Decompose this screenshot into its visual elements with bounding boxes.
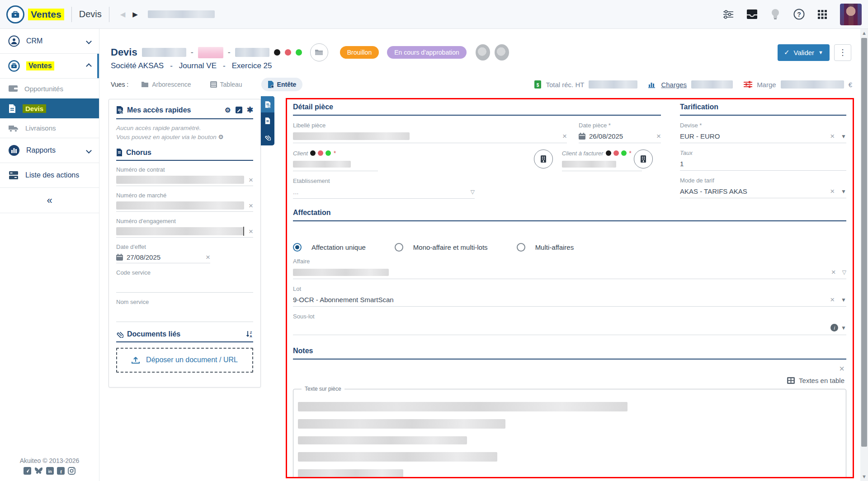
numero-contrat-input[interactable]: × (116, 176, 253, 186)
chevron-down-icon[interactable]: ▽ (842, 269, 846, 276)
preferences-sliders-icon[interactable] (722, 9, 734, 20)
svg-text:?: ? (797, 11, 801, 18)
numero-engagement-input[interactable]: × (116, 228, 253, 238)
date-effet-input[interactable]: 27/08/2025 × (116, 253, 210, 263)
clear-icon[interactable]: × (831, 268, 836, 276)
clear-icon[interactable]: × (249, 202, 253, 210)
client-facturer-company-button[interactable] (634, 149, 653, 168)
view-tab-entete-active[interactable]: Entête (261, 78, 303, 91)
module-name[interactable]: Ventes (28, 9, 64, 20)
field-label: Etablissement (293, 177, 475, 184)
clear-icon[interactable]: × (656, 132, 661, 140)
validate-button[interactable]: ✓ Valider ▼ (778, 44, 830, 61)
main-content: Devis - - Brouillon En cours d'approbati… (99, 29, 860, 481)
folder-button[interactable] (310, 43, 328, 61)
charges-link[interactable]: Charges (661, 81, 687, 89)
user-avatar[interactable] (840, 4, 862, 25)
chevron-down-icon[interactable]: ▽ (471, 189, 475, 195)
history-back-icon[interactable]: ◀ (120, 10, 126, 19)
clear-icon[interactable]: × (249, 176, 253, 184)
sidebar-collapse-button[interactable]: « (0, 188, 99, 213)
instagram-icon[interactable] (68, 467, 75, 475)
sidebar-item-rapports[interactable]: Rapports (0, 138, 99, 163)
clear-icon[interactable]: × (830, 187, 835, 195)
vertical-scrollbar[interactable]: ▲ ▼ (860, 29, 868, 481)
paperclip-icon (264, 134, 271, 140)
tab-document[interactable] (261, 112, 274, 129)
inbox-icon[interactable] (746, 9, 758, 20)
sidebar-item-devis[interactable]: Devis (0, 98, 99, 118)
app-grid-icon[interactable] (816, 9, 828, 20)
info-icon[interactable]: i (830, 324, 838, 332)
devise-select[interactable]: EUR - EURO × ▼ (680, 132, 846, 143)
numero-marche-input[interactable]: × (116, 202, 253, 212)
chevron-down-icon[interactable]: ▼ (841, 325, 846, 331)
quick-access-title: Mes accès rapides (127, 106, 191, 114)
sidebar-item-opportunites[interactable]: Opportunités (0, 79, 99, 98)
facebook-icon[interactable]: f (57, 467, 65, 475)
help-icon[interactable]: ? (793, 9, 805, 20)
radio-label[interactable]: Mono-affaire et multi-lots (413, 243, 488, 251)
client-input[interactable] (293, 160, 378, 171)
affaire-select[interactable]: × ▽ (293, 268, 846, 279)
sidebar-item-livraisons[interactable]: Livraisons (0, 118, 99, 138)
field-label: Date d'effet (116, 243, 253, 250)
radio-multi-affaires[interactable] (517, 243, 525, 252)
textes-en-table-button[interactable]: Textes en table (787, 377, 844, 384)
radio-label[interactable]: Multi-affaires (535, 243, 574, 251)
tab-attachments[interactable] (261, 129, 274, 145)
date-piece-input[interactable]: 26/08/2025 × (579, 132, 661, 143)
sidebar-item-liste-actions[interactable]: Liste des actions (0, 163, 99, 188)
clear-icon[interactable]: × (830, 132, 835, 140)
scroll-up-icon[interactable]: ▲ (862, 31, 867, 36)
tab-quick-access[interactable]: i (261, 96, 274, 112)
radio-label[interactable]: Affectation unique (311, 243, 366, 251)
client-company-button[interactable] (534, 149, 553, 168)
clear-icon[interactable]: × (206, 253, 210, 261)
linkedin-icon[interactable]: in (46, 467, 54, 475)
chevron-down-icon[interactable]: ▼ (841, 188, 846, 195)
mode-tarif-select[interactable]: AKAS - TARIFS AKAS × ▼ (680, 187, 846, 198)
gear-icon[interactable]: ⚙ (225, 106, 231, 114)
lot-select[interactable]: 9-OCR - Abonnement SmartScan × ▼ (293, 296, 846, 307)
bluesky-icon[interactable] (34, 467, 43, 475)
charges-value-redacted (691, 80, 733, 89)
sous-lot-select[interactable]: i ▼ (293, 323, 846, 335)
etablissement-select[interactable]: ... ▽ (293, 188, 475, 199)
crm-icon (8, 35, 20, 47)
document-dropzone[interactable]: Déposer un document / URL (116, 348, 253, 373)
more-actions-button[interactable]: ⋮ (834, 44, 851, 61)
edit-square-icon[interactable] (236, 107, 242, 113)
sidebar-footer: Akuiteo © 2013-2026 in f (0, 453, 99, 481)
scroll-down-icon[interactable]: ▼ (862, 474, 867, 479)
radio-mono-affaire[interactable] (395, 243, 403, 252)
chevron-down-icon[interactable]: ▼ (841, 297, 846, 303)
view-tab-label: Tableau (220, 81, 242, 88)
scrollbar-thumb[interactable] (861, 38, 867, 447)
asterisk-icon[interactable]: ✱ (247, 105, 253, 115)
sort-az-icon[interactable]: ZA (246, 331, 253, 338)
view-tab-arborescence[interactable]: Arborescence (141, 81, 191, 88)
radio-affectation-unique[interactable] (293, 243, 302, 252)
sidebar-item-crm[interactable]: CRM (0, 29, 99, 54)
send-icon[interactable] (24, 467, 31, 475)
document-header: Devis - - Brouillon En cours d'approbati… (111, 43, 851, 61)
clear-icon[interactable]: × (249, 228, 253, 235)
nom-service-input[interactable] (116, 308, 253, 322)
chevron-down-icon[interactable]: ▼ (841, 133, 846, 140)
texte-sur-piece-fieldset[interactable]: Texte sur pièce (293, 389, 846, 478)
akuiteo-logo-icon[interactable] (6, 5, 24, 23)
liste-actions-icon (8, 170, 19, 180)
lightbulb-icon[interactable] (769, 9, 781, 20)
close-icon[interactable]: × (839, 364, 844, 373)
taux-input[interactable]: 1 (680, 160, 846, 171)
clear-icon[interactable]: × (562, 132, 567, 140)
svg-text:in: in (48, 469, 52, 474)
clear-icon[interactable]: × (830, 296, 835, 304)
libelle-piece-input[interactable]: × (293, 132, 567, 143)
view-tab-tableau[interactable]: Tableau (210, 81, 242, 88)
sidebar-item-ventes[interactable]: Ventes (0, 54, 99, 79)
client-facturer-input[interactable] (562, 160, 642, 171)
code-service-input[interactable] (116, 279, 253, 293)
history-forward-icon[interactable]: ▶ (132, 10, 138, 19)
